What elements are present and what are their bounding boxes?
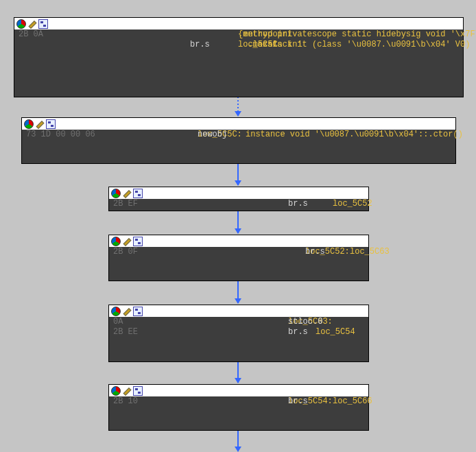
flow-arrow: [237, 163, 239, 185]
edit-icon[interactable]: [35, 119, 45, 129]
code-block[interactable]: loc_5C5C:73 1D 00 00 06newobjinstance vo…: [21, 117, 456, 164]
flow-arrow: [237, 281, 239, 303]
mnemonic: stloc.0: [288, 317, 322, 327]
block-header: [22, 118, 455, 130]
flow-arrow: [237, 97, 239, 116]
mnemonic: newobj: [198, 130, 227, 140]
code-line[interactable]: 2B EFbr.sloc_5C52: [109, 199, 368, 209]
mnemonic: br.s: [288, 327, 308, 337]
code-block[interactable]: 2B EFbr.sloc_5C52: [108, 187, 369, 211]
swatch-icon[interactable]: [111, 386, 121, 396]
bytecode: 2B EF: [113, 199, 202, 209]
swatch-icon[interactable]: [111, 237, 121, 246]
swatch-icon[interactable]: [24, 119, 34, 129]
operand: loc_5C5C: [238, 40, 278, 50]
code-line[interactable]: 2B EEbr.sloc_5C54: [109, 327, 368, 337]
bytecode: 2B EE: [113, 327, 202, 337]
bytecode: 2B 0A: [19, 29, 108, 40]
edit-icon[interactable]: [122, 307, 132, 316]
code-line[interactable]: 2B 0Fbr.sloc_5C63: [109, 247, 368, 257]
code-block[interactable]: loc_5C54:2B 10br.sloc_5C66: [108, 384, 369, 431]
graph-icon[interactable]: [46, 119, 56, 129]
swatch-icon[interactable]: [111, 189, 121, 198]
flow-arrow: [237, 430, 239, 451]
graph-icon[interactable]: [38, 19, 48, 29]
graph-icon[interactable]: [133, 237, 143, 246]
operand: loc_5C54: [316, 327, 355, 337]
bytecode: 0A: [113, 317, 202, 327]
mnemonic: br.s: [305, 247, 325, 257]
operand: loc_5C52: [333, 199, 372, 209]
mnemonic: br.s: [190, 40, 210, 50]
block-header: [14, 18, 463, 29]
edit-icon[interactable]: [122, 237, 132, 246]
swatch-icon[interactable]: [16, 19, 26, 29]
code-block[interactable]: loc_5C52:2B 0Fbr.sloc_5C63: [108, 235, 369, 281]
operand: instance void '\u0087.\u0091\b\x04'::.ct…: [246, 130, 463, 140]
bytecode: 2B 10: [113, 396, 202, 407]
block-header: [109, 305, 368, 317]
code-block[interactable]: .method privatescope static hidebysig vo…: [14, 17, 464, 97]
flow-arrow: [237, 211, 239, 233]
edit-icon[interactable]: [122, 386, 132, 396]
operand: loc_5C63: [350, 247, 390, 257]
block-header: [109, 235, 368, 247]
swatch-icon[interactable]: [111, 307, 121, 316]
mnemonic: br.s: [288, 396, 308, 407]
bytecode: 2B 0F: [113, 247, 202, 257]
operand: loc_5C66: [333, 396, 372, 407]
block-header: [109, 385, 368, 396]
graph-icon[interactable]: [133, 189, 143, 198]
graph-icon[interactable]: [133, 307, 143, 316]
code-line[interactable]: 2B 10br.sloc_5C66: [109, 396, 368, 407]
flow-arrow: [237, 361, 239, 383]
operand: .entrypoint: [238, 29, 292, 40]
bytecode: 73 1D 00 00 06: [26, 130, 115, 140]
code-line[interactable]: 0Astloc.0: [109, 317, 368, 327]
mnemonic: br.s: [288, 199, 308, 209]
code-block[interactable]: loc_5C63:0Astloc.02B EEbr.sloc_5C54: [108, 305, 369, 362]
graph-icon[interactable]: [133, 386, 143, 396]
code-line[interactable]: 73 1D 00 00 06newobjinstance void '\u008…: [22, 130, 455, 140]
edit-icon[interactable]: [122, 189, 132, 198]
block-header: [109, 187, 368, 199]
edit-icon[interactable]: [27, 19, 37, 29]
code-line[interactable]: 2B 0A.entrypoint: [14, 29, 463, 40]
